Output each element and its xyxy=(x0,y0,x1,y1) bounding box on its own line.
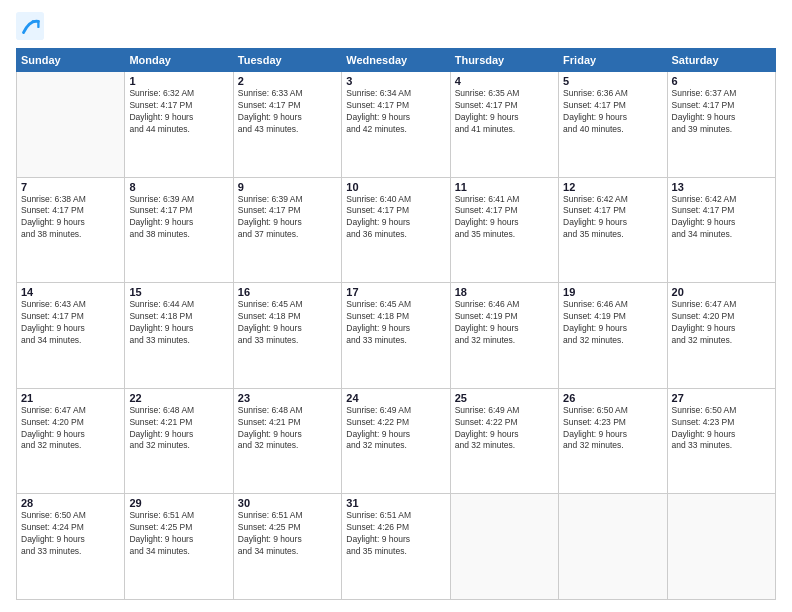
day-number: 5 xyxy=(563,75,662,87)
calendar-cell: 17Sunrise: 6:45 AM Sunset: 4:18 PM Dayli… xyxy=(342,283,450,389)
calendar-dow-sunday: Sunday xyxy=(17,49,125,72)
calendar-cell: 21Sunrise: 6:47 AM Sunset: 4:20 PM Dayli… xyxy=(17,388,125,494)
calendar-cell: 6Sunrise: 6:37 AM Sunset: 4:17 PM Daylig… xyxy=(667,72,775,178)
calendar-cell: 16Sunrise: 6:45 AM Sunset: 4:18 PM Dayli… xyxy=(233,283,341,389)
day-info: Sunrise: 6:36 AM Sunset: 4:17 PM Dayligh… xyxy=(563,88,662,136)
day-info: Sunrise: 6:42 AM Sunset: 4:17 PM Dayligh… xyxy=(563,194,662,242)
calendar-cell: 29Sunrise: 6:51 AM Sunset: 4:25 PM Dayli… xyxy=(125,494,233,600)
page: SundayMondayTuesdayWednesdayThursdayFrid… xyxy=(0,0,792,612)
day-info: Sunrise: 6:51 AM Sunset: 4:26 PM Dayligh… xyxy=(346,510,445,558)
day-info: Sunrise: 6:50 AM Sunset: 4:23 PM Dayligh… xyxy=(672,405,771,453)
day-number: 7 xyxy=(21,181,120,193)
calendar-cell: 13Sunrise: 6:42 AM Sunset: 4:17 PM Dayli… xyxy=(667,177,775,283)
day-info: Sunrise: 6:44 AM Sunset: 4:18 PM Dayligh… xyxy=(129,299,228,347)
day-number: 14 xyxy=(21,286,120,298)
svg-rect-0 xyxy=(16,12,44,40)
day-info: Sunrise: 6:48 AM Sunset: 4:21 PM Dayligh… xyxy=(129,405,228,453)
calendar-cell: 9Sunrise: 6:39 AM Sunset: 4:17 PM Daylig… xyxy=(233,177,341,283)
day-number: 16 xyxy=(238,286,337,298)
day-number: 13 xyxy=(672,181,771,193)
day-number: 23 xyxy=(238,392,337,404)
day-info: Sunrise: 6:37 AM Sunset: 4:17 PM Dayligh… xyxy=(672,88,771,136)
calendar-cell: 20Sunrise: 6:47 AM Sunset: 4:20 PM Dayli… xyxy=(667,283,775,389)
calendar-cell: 15Sunrise: 6:44 AM Sunset: 4:18 PM Dayli… xyxy=(125,283,233,389)
calendar-cell: 27Sunrise: 6:50 AM Sunset: 4:23 PM Dayli… xyxy=(667,388,775,494)
calendar-cell: 23Sunrise: 6:48 AM Sunset: 4:21 PM Dayli… xyxy=(233,388,341,494)
day-number: 29 xyxy=(129,497,228,509)
calendar-cell: 7Sunrise: 6:38 AM Sunset: 4:17 PM Daylig… xyxy=(17,177,125,283)
day-info: Sunrise: 6:46 AM Sunset: 4:19 PM Dayligh… xyxy=(563,299,662,347)
calendar-dow-tuesday: Tuesday xyxy=(233,49,341,72)
calendar-table: SundayMondayTuesdayWednesdayThursdayFrid… xyxy=(16,48,776,600)
calendar-dow-wednesday: Wednesday xyxy=(342,49,450,72)
calendar-cell: 8Sunrise: 6:39 AM Sunset: 4:17 PM Daylig… xyxy=(125,177,233,283)
day-info: Sunrise: 6:48 AM Sunset: 4:21 PM Dayligh… xyxy=(238,405,337,453)
day-number: 27 xyxy=(672,392,771,404)
day-number: 12 xyxy=(563,181,662,193)
calendar-cell: 2Sunrise: 6:33 AM Sunset: 4:17 PM Daylig… xyxy=(233,72,341,178)
day-info: Sunrise: 6:33 AM Sunset: 4:17 PM Dayligh… xyxy=(238,88,337,136)
day-number: 2 xyxy=(238,75,337,87)
calendar-cell: 11Sunrise: 6:41 AM Sunset: 4:17 PM Dayli… xyxy=(450,177,558,283)
day-info: Sunrise: 6:40 AM Sunset: 4:17 PM Dayligh… xyxy=(346,194,445,242)
day-info: Sunrise: 6:42 AM Sunset: 4:17 PM Dayligh… xyxy=(672,194,771,242)
day-number: 18 xyxy=(455,286,554,298)
calendar-dow-monday: Monday xyxy=(125,49,233,72)
calendar-cell: 3Sunrise: 6:34 AM Sunset: 4:17 PM Daylig… xyxy=(342,72,450,178)
day-number: 3 xyxy=(346,75,445,87)
calendar-cell xyxy=(667,494,775,600)
calendar-cell xyxy=(559,494,667,600)
day-info: Sunrise: 6:45 AM Sunset: 4:18 PM Dayligh… xyxy=(346,299,445,347)
day-number: 28 xyxy=(21,497,120,509)
day-info: Sunrise: 6:35 AM Sunset: 4:17 PM Dayligh… xyxy=(455,88,554,136)
calendar-dow-thursday: Thursday xyxy=(450,49,558,72)
day-info: Sunrise: 6:34 AM Sunset: 4:17 PM Dayligh… xyxy=(346,88,445,136)
logo xyxy=(16,12,48,40)
day-info: Sunrise: 6:47 AM Sunset: 4:20 PM Dayligh… xyxy=(21,405,120,453)
calendar-dow-friday: Friday xyxy=(559,49,667,72)
calendar-week-row: 7Sunrise: 6:38 AM Sunset: 4:17 PM Daylig… xyxy=(17,177,776,283)
day-number: 11 xyxy=(455,181,554,193)
calendar-cell: 18Sunrise: 6:46 AM Sunset: 4:19 PM Dayli… xyxy=(450,283,558,389)
calendar-cell: 30Sunrise: 6:51 AM Sunset: 4:25 PM Dayli… xyxy=(233,494,341,600)
day-number: 25 xyxy=(455,392,554,404)
header xyxy=(16,12,776,40)
day-info: Sunrise: 6:49 AM Sunset: 4:22 PM Dayligh… xyxy=(346,405,445,453)
day-number: 22 xyxy=(129,392,228,404)
day-number: 10 xyxy=(346,181,445,193)
calendar-header-row: SundayMondayTuesdayWednesdayThursdayFrid… xyxy=(17,49,776,72)
logo-icon xyxy=(16,12,44,40)
day-number: 17 xyxy=(346,286,445,298)
day-number: 20 xyxy=(672,286,771,298)
calendar-cell: 12Sunrise: 6:42 AM Sunset: 4:17 PM Dayli… xyxy=(559,177,667,283)
calendar-week-row: 21Sunrise: 6:47 AM Sunset: 4:20 PM Dayli… xyxy=(17,388,776,494)
day-info: Sunrise: 6:45 AM Sunset: 4:18 PM Dayligh… xyxy=(238,299,337,347)
calendar-cell: 22Sunrise: 6:48 AM Sunset: 4:21 PM Dayli… xyxy=(125,388,233,494)
day-info: Sunrise: 6:38 AM Sunset: 4:17 PM Dayligh… xyxy=(21,194,120,242)
day-number: 24 xyxy=(346,392,445,404)
day-number: 1 xyxy=(129,75,228,87)
day-info: Sunrise: 6:39 AM Sunset: 4:17 PM Dayligh… xyxy=(129,194,228,242)
calendar-cell: 25Sunrise: 6:49 AM Sunset: 4:22 PM Dayli… xyxy=(450,388,558,494)
day-number: 21 xyxy=(21,392,120,404)
calendar-cell: 26Sunrise: 6:50 AM Sunset: 4:23 PM Dayli… xyxy=(559,388,667,494)
day-number: 31 xyxy=(346,497,445,509)
day-number: 6 xyxy=(672,75,771,87)
calendar-cell: 28Sunrise: 6:50 AM Sunset: 4:24 PM Dayli… xyxy=(17,494,125,600)
day-info: Sunrise: 6:32 AM Sunset: 4:17 PM Dayligh… xyxy=(129,88,228,136)
calendar-cell: 31Sunrise: 6:51 AM Sunset: 4:26 PM Dayli… xyxy=(342,494,450,600)
day-info: Sunrise: 6:47 AM Sunset: 4:20 PM Dayligh… xyxy=(672,299,771,347)
day-info: Sunrise: 6:46 AM Sunset: 4:19 PM Dayligh… xyxy=(455,299,554,347)
calendar-week-row: 1Sunrise: 6:32 AM Sunset: 4:17 PM Daylig… xyxy=(17,72,776,178)
day-number: 30 xyxy=(238,497,337,509)
day-info: Sunrise: 6:51 AM Sunset: 4:25 PM Dayligh… xyxy=(238,510,337,558)
day-number: 9 xyxy=(238,181,337,193)
calendar-week-row: 14Sunrise: 6:43 AM Sunset: 4:17 PM Dayli… xyxy=(17,283,776,389)
calendar-cell xyxy=(450,494,558,600)
day-info: Sunrise: 6:51 AM Sunset: 4:25 PM Dayligh… xyxy=(129,510,228,558)
calendar-cell: 4Sunrise: 6:35 AM Sunset: 4:17 PM Daylig… xyxy=(450,72,558,178)
day-number: 4 xyxy=(455,75,554,87)
day-number: 19 xyxy=(563,286,662,298)
day-info: Sunrise: 6:39 AM Sunset: 4:17 PM Dayligh… xyxy=(238,194,337,242)
day-number: 15 xyxy=(129,286,228,298)
